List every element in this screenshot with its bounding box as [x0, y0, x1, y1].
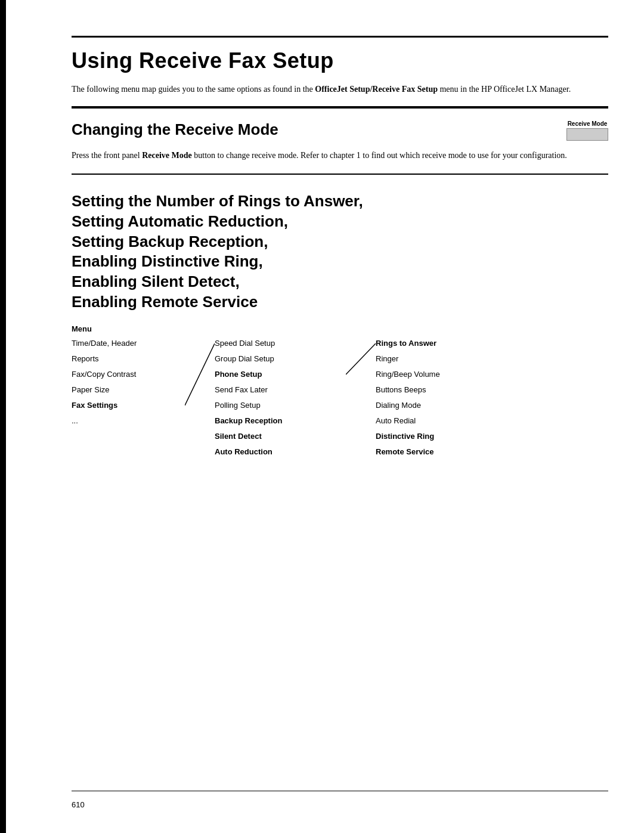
section1-description: The following menu map guides you to the…	[72, 83, 608, 95]
menu-map: Menu Time/Date, Header Reports Fax/Copy …	[72, 324, 608, 467]
left-accent-bar	[0, 0, 6, 833]
section-settings-block: Setting the Number of Rings to Answer, S…	[72, 175, 608, 479]
menu-col3: Rings to Answer Ringer Ring/Beep Volume …	[376, 336, 507, 460]
connector-svg-1	[185, 336, 215, 455]
list-item: Phone Setup	[215, 367, 346, 382]
list-item: Send Fax Later	[215, 382, 346, 398]
receive-mode-wrapper: Receive Mode	[566, 120, 608, 141]
list-item: Backup Reception	[215, 413, 346, 429]
list-item: Paper Size	[72, 382, 185, 398]
receive-mode-label: Receive Mode	[568, 120, 608, 127]
receive-heading: Changing the Receive Mode	[72, 120, 278, 139]
list-item: Auto Redial	[376, 413, 507, 429]
list-item: Ring/Beep Volume	[376, 367, 507, 382]
settings-heading: Setting the Number of Rings to Answer, S…	[72, 191, 608, 312]
svg-line-1	[346, 343, 376, 374]
list-item: Rings to Answer	[376, 336, 507, 351]
receive-mode-button[interactable]	[566, 128, 608, 141]
list-item: Fax Settings	[72, 398, 185, 413]
list-item: Ringer	[376, 351, 507, 367]
list-item: Time/Date, Header	[72, 336, 185, 351]
list-item: Polling Setup	[215, 398, 346, 413]
list-item: Group Dial Setup	[215, 351, 346, 367]
section-receive-block: Changing the Receive Mode Receive Mode P…	[72, 107, 608, 175]
receive-body: Press the front panel Receive Mode butto…	[72, 149, 608, 162]
bottom-rule	[72, 791, 608, 791]
connector-svg-2	[346, 336, 376, 467]
list-item: Speed Dial Setup	[215, 336, 346, 351]
page: Using Receive Fax Setup The following me…	[0, 0, 644, 833]
list-item: Buttons Beeps	[376, 382, 507, 398]
svg-line-0	[185, 343, 215, 405]
list-item: Silent Detect	[215, 429, 346, 444]
section-title-block: Using Receive Fax Setup The following me…	[72, 36, 608, 107]
menu-col2: Speed Dial Setup Group Dial Setup Phone …	[215, 336, 346, 460]
page-title: Using Receive Fax Setup	[72, 48, 608, 73]
page-number: 610	[72, 800, 85, 809]
list-item: ...	[72, 413, 185, 429]
list-item: Dialing Mode	[376, 398, 507, 413]
list-item: Distinctive Ring	[376, 429, 507, 444]
list-item: Remote Service	[376, 444, 507, 460]
menu-label: Menu	[72, 324, 608, 333]
list-item: Reports	[72, 351, 185, 367]
list-item: Auto Reduction	[215, 444, 346, 460]
menu-col1: Time/Date, Header Reports Fax/Copy Contr…	[72, 336, 185, 429]
list-item: Fax/Copy Contrast	[72, 367, 185, 382]
receive-header: Changing the Receive Mode Receive Mode	[72, 120, 608, 141]
